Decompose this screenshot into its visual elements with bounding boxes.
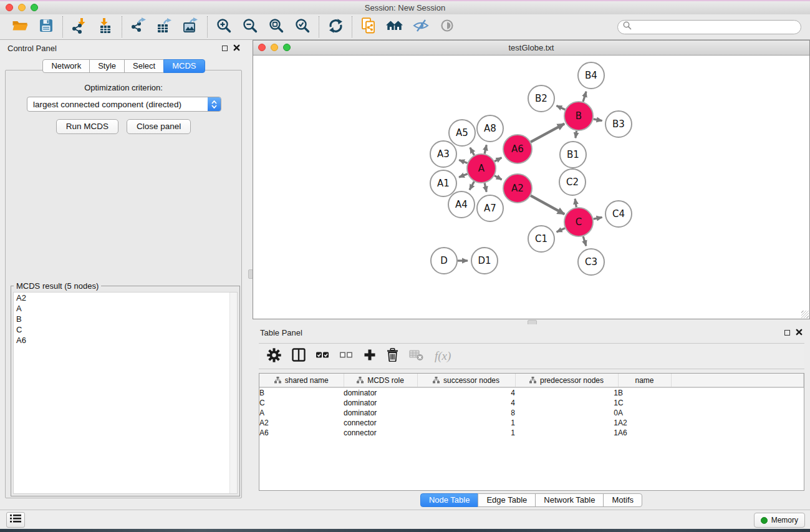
table-cell[interactable]: A6: [618, 428, 671, 438]
table-cell[interactable]: A2: [259, 418, 344, 428]
memory-button[interactable]: Memory: [754, 513, 805, 528]
table-cell[interactable]: A: [259, 408, 344, 418]
network-zoom-button[interactable]: [283, 44, 291, 51]
graph-edge-A-A8[interactable]: [485, 145, 486, 153]
graph-node-D1[interactable]: D1: [471, 248, 498, 274]
tab-node-table[interactable]: Node Table: [420, 493, 479, 507]
graph-node-A7[interactable]: A7: [477, 195, 503, 221]
table-row-a2[interactable]: A2connector11A2: [259, 418, 804, 428]
float-panel-icon[interactable]: [784, 330, 790, 336]
graph-node-C3[interactable]: C3: [578, 249, 604, 275]
graph-edge-A-A1[interactable]: [459, 174, 468, 177]
table-cell[interactable]: 1: [515, 387, 618, 398]
hide-graphics-details-button[interactable]: [412, 17, 430, 36]
table-row-c[interactable]: Cdominator41C: [259, 398, 804, 408]
zoom-window-button[interactable]: [31, 4, 38, 11]
task-history-button[interactable]: [6, 512, 25, 528]
clone-network-button[interactable]: [359, 17, 378, 36]
zoom-selected-button[interactable]: [293, 17, 312, 36]
column-header-predecessor-nodes[interactable]: predecessor nodes: [515, 374, 618, 387]
table-cell[interactable]: 4: [417, 387, 515, 398]
table-cell[interactable]: B: [618, 387, 671, 398]
graph-edge-C-C4[interactable]: [594, 217, 602, 219]
panel-divider-horizontal[interactable]: [253, 319, 810, 324]
table-row-a6[interactable]: A6connector11A6: [259, 428, 804, 438]
table-cell[interactable]: dominator: [344, 408, 417, 418]
graph-node-A8[interactable]: A8: [477, 115, 503, 142]
mcds-result-item[interactable]: B: [14, 314, 237, 324]
minimize-window-button[interactable]: [18, 4, 26, 11]
zoom-fit-button[interactable]: [267, 17, 286, 36]
save-session-button[interactable]: [37, 17, 55, 36]
graph-node-C4[interactable]: C4: [605, 201, 632, 227]
mcds-result-item[interactable]: A2: [14, 293, 237, 303]
close-panel-icon[interactable]: [233, 44, 240, 53]
graph-edge-A2-C[interactable]: [531, 196, 564, 215]
graph-edge-C-C1[interactable]: [557, 228, 565, 232]
graph-node-C[interactable]: C: [564, 208, 593, 236]
graph-edge-C-C3[interactable]: [583, 236, 586, 246]
table-cell[interactable]: C: [259, 398, 344, 408]
tab-network[interactable]: Network: [42, 59, 90, 73]
table-cell[interactable]: 1: [417, 418, 515, 428]
table-cell[interactable]: connector: [344, 428, 417, 438]
graph-edge-B-B1[interactable]: [576, 131, 577, 138]
network-minimize-button[interactable]: [271, 44, 278, 51]
graph-node-A3[interactable]: A3: [430, 141, 456, 167]
graph-edge-A-A2[interactable]: [494, 176, 502, 180]
network-close-button[interactable]: [258, 44, 266, 51]
graph-edge-A-A5[interactable]: [470, 148, 475, 155]
tab-mcds[interactable]: MCDS: [163, 59, 205, 73]
graph-edge-B-B4[interactable]: [583, 92, 586, 102]
float-panel-icon[interactable]: [222, 46, 228, 51]
table-row-a[interactable]: Adominator80A: [259, 408, 804, 418]
search-input[interactable]: [635, 22, 796, 32]
table-settings-button[interactable]: [267, 347, 281, 365]
toggle-panel-mode-button[interactable]: [292, 347, 306, 365]
graph-node-A2[interactable]: A2: [503, 174, 532, 203]
table-cell[interactable]: 8: [417, 408, 515, 418]
graph-edge-A-A4[interactable]: [470, 181, 474, 190]
function-builder-button[interactable]: f(x): [435, 347, 451, 365]
table-cell[interactable]: 1: [515, 418, 618, 428]
table-cell[interactable]: connector: [344, 418, 417, 428]
tab-select[interactable]: Select: [124, 59, 164, 73]
criterion-dropdown[interactable]: largest connected component (directed): [27, 97, 221, 112]
tab-network-table[interactable]: Network Table: [535, 493, 604, 507]
graph-edge-C-C2[interactable]: [575, 199, 576, 208]
column-header-successor-nodes[interactable]: successor nodes: [417, 374, 515, 387]
graph-edge-A6-B[interactable]: [531, 123, 564, 142]
table-cell[interactable]: 0: [515, 408, 618, 418]
home-view-button[interactable]: [385, 17, 404, 36]
resize-grip-icon[interactable]: [801, 311, 809, 318]
graph-node-B1[interactable]: B1: [560, 142, 586, 168]
panel-divider-vertical[interactable]: [248, 40, 253, 510]
unselect-all-columns-button[interactable]: [340, 347, 353, 365]
close-panel-icon[interactable]: [796, 328, 803, 337]
graph-node-B2[interactable]: B2: [528, 85, 554, 112]
run-mcds-button[interactable]: Run MCDS: [56, 119, 118, 134]
table-cell[interactable]: A6: [259, 428, 344, 438]
table-cell[interactable]: B: [259, 387, 344, 398]
close-panel-button[interactable]: Close panel: [127, 119, 191, 134]
table-cell[interactable]: 4: [417, 398, 515, 408]
mcds-list-scrollbar[interactable]: [229, 293, 237, 493]
node-table[interactable]: shared nameMCDS rolesuccessor nodesprede…: [259, 373, 804, 491]
graph-node-B4[interactable]: B4: [578, 62, 604, 89]
table-row-b[interactable]: Bdominator41B: [259, 387, 804, 398]
table-cell[interactable]: dominator: [344, 387, 417, 398]
graph-node-A6[interactable]: A6: [503, 135, 532, 163]
create-column-button[interactable]: [364, 347, 376, 365]
table-cell[interactable]: 1: [417, 428, 515, 438]
graph-node-B3[interactable]: B3: [605, 111, 632, 137]
import-network-button[interactable]: [70, 17, 89, 36]
tab-motifs[interactable]: Motifs: [603, 493, 642, 507]
mcds-result-item[interactable]: A6: [14, 335, 237, 346]
open-session-button[interactable]: [11, 17, 29, 36]
graph-edge-A-A6[interactable]: [494, 158, 501, 162]
table-cell[interactable]: 1: [515, 428, 618, 438]
graph-node-D[interactable]: D: [431, 248, 457, 274]
tab-style[interactable]: Style: [89, 59, 125, 73]
mcds-result-item[interactable]: A: [14, 303, 237, 314]
export-table-button[interactable]: [155, 17, 174, 36]
